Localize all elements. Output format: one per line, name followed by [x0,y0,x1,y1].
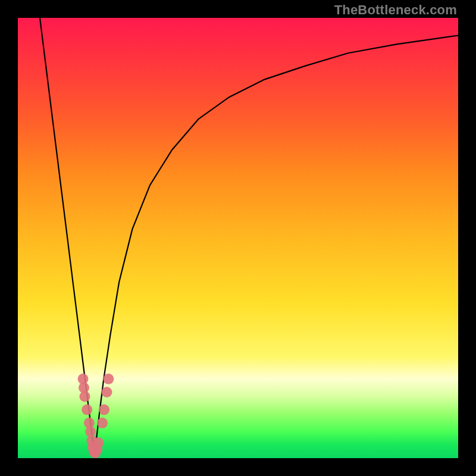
scatter-point [102,387,112,397]
scatter-group [78,374,114,458]
scatter-point [80,391,90,402]
scatter-point [97,418,108,428]
chart-stage: TheBottleneck.com [0,0,476,476]
watermark-text: TheBottleneck.com [334,2,457,18]
scatter-point [103,374,114,384]
scatter-point [82,405,92,415]
scatter-point [99,405,109,415]
right-branch-line [94,36,458,456]
chart-overlay [18,18,458,458]
scatter-point [93,437,104,448]
